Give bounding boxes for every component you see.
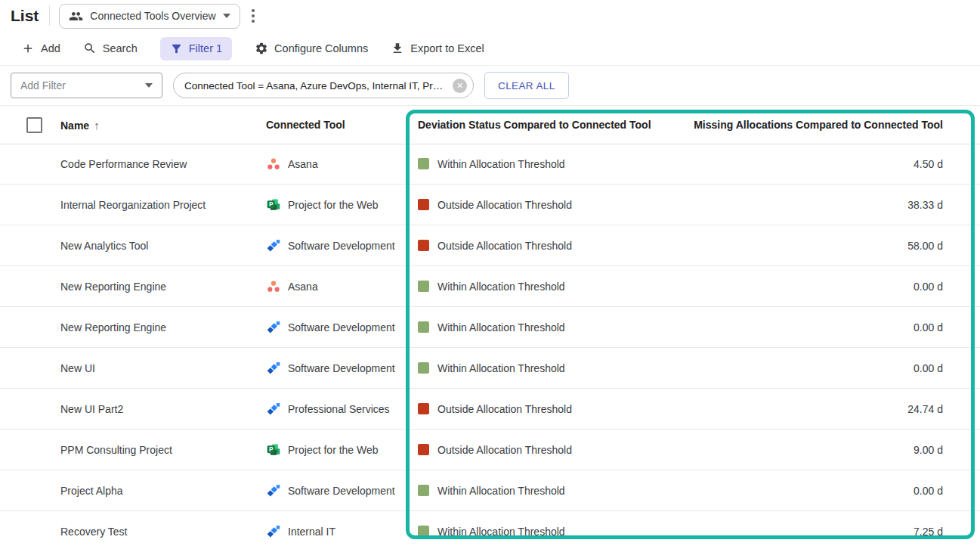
table-row[interactable]: Code Performance Review Asana Within All… xyxy=(0,144,980,185)
filter-button-label: Filter 1 xyxy=(189,42,222,54)
filter-button[interactable]: Filter 1 xyxy=(160,37,232,60)
row-tool-label: Software Development xyxy=(288,321,395,333)
table-row[interactable]: New Reporting Engine Asana Within Alloca… xyxy=(0,266,980,307)
row-status-label: Within Allocation Threshold xyxy=(437,526,565,538)
row-name: Code Performance Review xyxy=(60,158,187,170)
column-header-name[interactable]: Name ↑ xyxy=(60,119,100,132)
row-value: 38.33 d xyxy=(907,199,943,211)
row-value: 4.50 d xyxy=(914,158,943,170)
export-to-excel-label: Export to Excel xyxy=(410,42,484,54)
gear-icon xyxy=(255,42,268,55)
row-tool-label: Asana xyxy=(288,281,318,293)
row-status-label: Within Allocation Threshold xyxy=(437,281,565,293)
view-selector-label: Connected Tools Overview xyxy=(90,10,215,22)
clear-all-button[interactable]: CLEAR ALL xyxy=(484,72,569,99)
row-status-swatch xyxy=(418,158,429,169)
row-tool-label: Professional Services xyxy=(288,403,390,415)
project-icon: P xyxy=(266,442,281,458)
table-row[interactable]: New Analytics Tool Software Development … xyxy=(0,225,980,266)
row-value: 24.74 d xyxy=(907,403,943,415)
row-status-swatch xyxy=(418,321,429,333)
row-name: Internal Reorganization Project xyxy=(60,199,206,211)
asana-icon xyxy=(266,279,281,294)
filter-icon xyxy=(170,42,183,55)
separator-toolbar xyxy=(0,65,980,66)
table-row[interactable]: Internal Reorganization Project P Projec… xyxy=(0,185,980,225)
view-selector-dropdown[interactable]: Connected Tools Overview xyxy=(59,4,240,29)
row-tool-label: Software Development xyxy=(288,362,395,374)
row-tool-label: Project for the Web xyxy=(288,199,379,211)
jira-icon xyxy=(266,238,281,253)
row-name: PPM Consulting Project xyxy=(60,444,172,456)
row-name: New Analytics Tool xyxy=(60,240,148,252)
row-status-swatch xyxy=(418,403,429,414)
table-row[interactable]: Project Alpha Software Development Withi… xyxy=(0,470,980,511)
add-button[interactable]: Add xyxy=(21,42,60,55)
row-tool-label: Project for the Web xyxy=(288,444,379,456)
row-value: 0.00 d xyxy=(914,485,943,497)
row-tool-label: Asana xyxy=(288,158,318,170)
chevron-down-icon xyxy=(223,14,230,18)
jira-icon xyxy=(266,320,281,335)
jira-icon xyxy=(266,483,281,498)
table-row[interactable]: New UI Software Development Within Alloc… xyxy=(0,348,980,389)
people-icon xyxy=(69,9,83,23)
configure-columns-button[interactable]: Configure Columns xyxy=(255,42,368,55)
column-header-connected-tool[interactable]: Connected Tool xyxy=(266,119,345,131)
select-all-checkbox[interactable] xyxy=(26,117,42,133)
row-status-swatch xyxy=(418,281,429,292)
add-button-label: Add xyxy=(41,42,60,54)
row-status-label: Within Allocation Threshold xyxy=(437,485,565,497)
active-filter-chip-text: Connected Tool = Asana, Azure DevOps, In… xyxy=(184,80,445,92)
row-name: New Reporting Engine xyxy=(60,281,166,293)
table-row[interactable]: New UI Part2 Professional Services Outsi… xyxy=(0,389,980,430)
chevron-down-icon xyxy=(145,83,153,88)
jira-icon xyxy=(266,524,281,539)
svg-text:P: P xyxy=(269,200,274,208)
column-header-name-label: Name xyxy=(60,119,89,131)
search-icon xyxy=(83,42,97,55)
row-value: 7.25 d xyxy=(914,526,943,538)
row-name: New Reporting Engine xyxy=(60,321,166,333)
row-value: 58.00 d xyxy=(907,240,943,252)
sort-ascending-icon: ↑ xyxy=(94,119,100,132)
row-value: 0.00 d xyxy=(914,362,943,374)
row-name: New UI xyxy=(60,362,95,374)
remove-filter-icon[interactable]: × xyxy=(453,79,467,93)
project-icon: P xyxy=(266,197,281,213)
filter-bar: Add Filter Connected Tool = Asana, Azure… xyxy=(11,72,569,99)
row-tool-label: Software Development xyxy=(288,485,395,497)
toolbar: Add Search Filter 1 Configure Columns Ex… xyxy=(0,35,484,62)
title-divider xyxy=(49,6,50,26)
row-value: 9.00 d xyxy=(914,444,943,456)
title-bar: List Connected Tools Overview xyxy=(0,0,980,32)
row-status-swatch xyxy=(418,240,429,251)
search-button[interactable]: Search xyxy=(83,42,138,55)
table-row[interactable]: Recovery Test Internal IT Within Allocat… xyxy=(0,511,980,546)
row-status-swatch xyxy=(418,444,429,455)
more-options-button[interactable] xyxy=(245,5,261,26)
svg-text:P: P xyxy=(269,445,274,453)
table-header: Name ↑ Connected Tool Deviation Status C… xyxy=(0,106,980,144)
row-value: 0.00 d xyxy=(914,321,943,333)
column-header-deviation-status[interactable]: Deviation Status Compared to Connected T… xyxy=(418,119,651,131)
row-tool-label: Internal IT xyxy=(288,526,335,538)
jira-icon xyxy=(266,402,281,417)
column-header-missing-allocations[interactable]: Missing Allocations Compared to Connecte… xyxy=(694,119,943,131)
add-filter-placeholder: Add Filter xyxy=(20,79,66,92)
row-status-swatch xyxy=(418,526,429,537)
table-body: Code Performance Review Asana Within All… xyxy=(0,144,980,546)
row-name: Project Alpha xyxy=(60,485,123,497)
row-status-swatch xyxy=(418,362,429,374)
row-status-label: Within Allocation Threshold xyxy=(437,158,565,170)
row-status-label: Within Allocation Threshold xyxy=(437,321,565,333)
table-row[interactable]: New Reporting Engine Software Developmen… xyxy=(0,307,980,348)
table-row[interactable]: PPM Consulting Project P Project for the… xyxy=(0,430,980,470)
plus-icon xyxy=(21,42,35,55)
active-filter-chip[interactable]: Connected Tool = Asana, Azure DevOps, In… xyxy=(173,73,474,98)
asana-icon xyxy=(266,157,281,172)
jira-icon xyxy=(266,361,281,376)
row-status-label: Outside Allocation Threshold xyxy=(437,199,572,211)
add-filter-dropdown[interactable]: Add Filter xyxy=(11,73,162,98)
export-to-excel-button[interactable]: Export to Excel xyxy=(391,42,484,55)
